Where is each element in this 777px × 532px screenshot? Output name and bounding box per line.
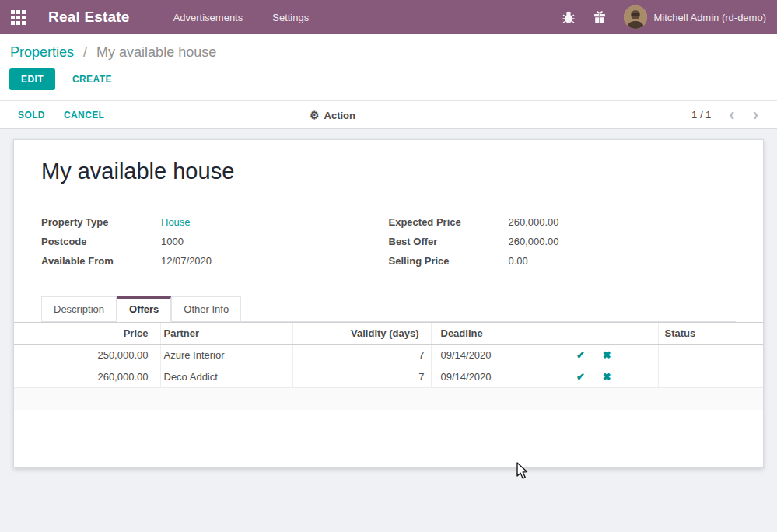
cancel-button[interactable]: CANCEL [64, 107, 104, 124]
column-header-validity[interactable]: Validity (days) [292, 323, 431, 345]
gift-icon[interactable] [593, 10, 607, 24]
control-panel: Properties / My available house EDIT CRE… [0, 34, 777, 101]
breadcrumb-current: My available house [96, 44, 216, 60]
best-offer-value: 260,000.00 [509, 236, 559, 247]
expected-price-value: 260,000.00 [509, 216, 559, 228]
form-sheet: My available house Property Type House P… [13, 139, 764, 468]
user-menu[interactable]: Mitchell Admin (rd-demo) [654, 12, 767, 23]
column-header-deadline[interactable]: Deadline [431, 323, 565, 345]
selling-price-label: Selling Price [389, 255, 509, 267]
selling-price-value: 0.00 [509, 255, 528, 267]
column-header-actions [565, 323, 658, 345]
column-header-partner[interactable]: Partner [160, 323, 292, 345]
avatar-image [624, 5, 647, 29]
top-navbar: Real Estate Advertisements Settings [0, 0, 777, 34]
offer-validity: 7 [292, 366, 431, 388]
offer-partner: Deco Addict [160, 366, 292, 388]
offer-deadline: 09/14/2020 [431, 345, 565, 366]
form-statusbar: SOLD CANCEL [0, 101, 777, 129]
offer-validity: 7 [292, 345, 431, 366]
expected-price-label: Expected Price [389, 216, 509, 228]
offer-price: 250,000.00 [14, 345, 160, 366]
pager-previous-icon[interactable]: ‹ [729, 110, 734, 121]
menu-settings[interactable]: Settings [272, 12, 309, 23]
apps-grid-icon[interactable] [9, 9, 26, 26]
action-menu-button[interactable]: ⚙ Action [310, 109, 355, 121]
breadcrumb-properties[interactable]: Properties [10, 44, 74, 60]
user-avatar[interactable] [624, 5, 647, 29]
create-button[interactable]: CREATE [68, 68, 117, 90]
breadcrumb-separator: / [83, 44, 87, 60]
breadcrumb: Properties / My available house [0, 34, 777, 61]
tab-offers[interactable]: Offers [117, 296, 171, 322]
postcode-label: Postcode [41, 236, 161, 247]
available-from-label: Available From [41, 255, 161, 267]
tab-description[interactable]: Description [41, 296, 117, 322]
offer-price: 260,000.00 [14, 366, 160, 388]
left-field-column: Property Type House Postcode 1000 Availa… [41, 212, 389, 271]
offer-status [658, 366, 763, 388]
offer-actions: ✔ ✖ [565, 345, 658, 366]
property-type-label: Property Type [41, 216, 161, 228]
offer-row-deco-addict[interactable]: 260,000.00 Deco Addict 7 09/14/2020 ✔ ✖ [14, 366, 763, 388]
field-property-type: Property Type House [41, 212, 389, 232]
column-header-price[interactable]: Price [14, 323, 160, 345]
offer-row-azure-interior[interactable]: 250,000.00 Azure Interior 7 09/14/2020 ✔… [14, 345, 763, 366]
debug-bug-icon[interactable] [562, 10, 576, 24]
pager-counter: 1 / 1 [691, 109, 711, 121]
app-title: Real Estate [48, 9, 130, 26]
available-from-value: 12/07/2020 [161, 255, 212, 267]
pager-next-icon[interactable]: › [753, 110, 758, 121]
refuse-offer-icon[interactable]: ✖ [600, 349, 613, 361]
notebook-tabs: Description Offers Other Info [41, 296, 736, 322]
offer-actions: ✔ ✖ [565, 366, 658, 388]
right-field-column: Expected Price 260,000.00 Best Offer 260… [389, 212, 737, 271]
menu-advertisements[interactable]: Advertisements [173, 12, 243, 23]
field-best-offer: Best Offer 260,000.00 [389, 232, 737, 251]
edit-button[interactable]: EDIT [9, 68, 55, 90]
offers-table: Price Partner Validity (days) Deadline S… [14, 322, 763, 432]
nav-menus: Advertisements Settings [173, 12, 310, 23]
empty-row [14, 388, 763, 410]
control-panel-buttons: EDIT CREATE [0, 61, 777, 90]
offer-status [658, 345, 763, 366]
field-groups: Property Type House Postcode 1000 Availa… [41, 212, 736, 271]
tab-other-info[interactable]: Other Info [171, 296, 241, 322]
accept-offer-icon[interactable]: ✔ [575, 371, 587, 383]
property-type-value[interactable]: House [161, 216, 191, 228]
sold-button[interactable]: SOLD [18, 107, 45, 124]
offer-deadline: 09/14/2020 [431, 366, 565, 388]
apps-grid-glyph [11, 10, 26, 25]
offer-partner: Azure Interior [160, 345, 292, 366]
form-view: My available house Property Type House P… [0, 129, 777, 468]
empty-row [14, 410, 763, 432]
gear-icon: ⚙ [310, 109, 320, 121]
action-label: Action [324, 110, 355, 121]
pager: 1 / 1 ‹ › [691, 109, 758, 121]
refuse-offer-icon[interactable]: ✖ [600, 371, 613, 383]
offers-table-header: Price Partner Validity (days) Deadline S… [14, 323, 763, 345]
navbar-right: Mitchell Admin (rd-demo) [544, 5, 767, 29]
postcode-value: 1000 [161, 236, 184, 247]
column-header-status[interactable]: Status [658, 323, 763, 345]
field-selling-price: Selling Price 0.00 [389, 251, 737, 271]
field-expected-price: Expected Price 260,000.00 [389, 212, 737, 232]
property-title: My available house [41, 159, 736, 184]
field-postcode: Postcode 1000 [41, 232, 389, 251]
field-available-from: Available From 12/07/2020 [41, 251, 389, 271]
best-offer-label: Best Offer [389, 236, 509, 247]
accept-offer-icon[interactable]: ✔ [575, 349, 587, 361]
